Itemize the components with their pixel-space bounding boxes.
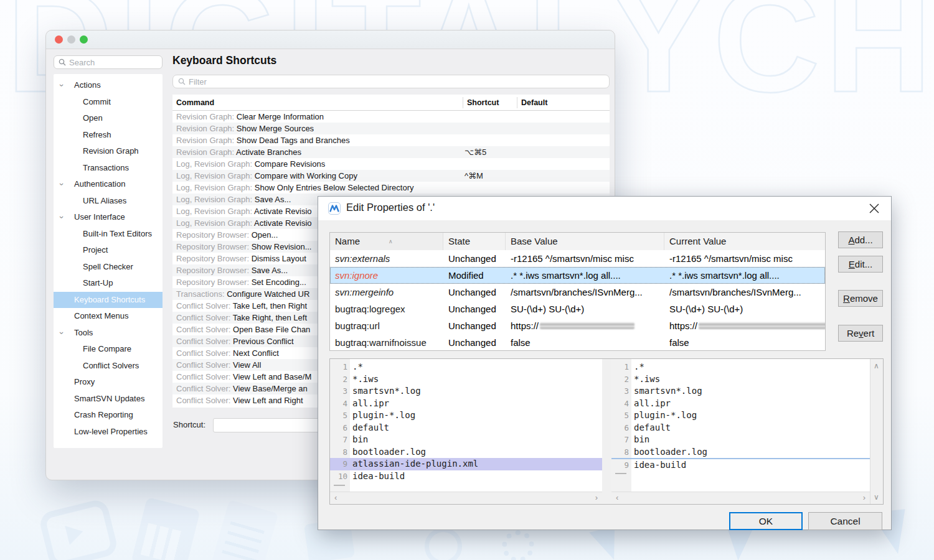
- sidebar-item[interactable]: › Actions: [54, 77, 163, 94]
- editor-line[interactable]: 7 bin: [330, 434, 602, 446]
- line-text: *.iws: [352, 373, 379, 386]
- edit-button[interactable]: Edit...: [838, 256, 883, 273]
- editor-line[interactable]: 6 default: [330, 422, 602, 434]
- sidebar-item[interactable]: › User Interface: [54, 209, 163, 226]
- column-header-shortcut[interactable]: Shortcut: [463, 97, 499, 108]
- filter-input[interactable]: Filter: [172, 75, 610, 88]
- editor-line[interactable]: 2 *.iws: [611, 373, 870, 386]
- sidebar-item[interactable]: › SmartSVN Updates: [54, 391, 163, 408]
- sidebar-item[interactable]: › Transactions: [54, 160, 163, 177]
- column-header-state[interactable]: State: [443, 233, 506, 250]
- editor-line[interactable]: 9 atlassian-ide-plugin.xml: [330, 458, 602, 470]
- editor-line[interactable]: 9 idea-build: [611, 458, 870, 470]
- sidebar-item[interactable]: › Crash Reporting: [54, 407, 163, 424]
- property-row[interactable]: bugtraq:warnifnoissue Unchanged false fa…: [330, 334, 825, 351]
- editor-line[interactable]: 3 smartsvn*.log: [611, 385, 870, 398]
- scroll-right-icon[interactable]: ›: [595, 493, 598, 502]
- chevron-down-icon[interactable]: ›: [54, 183, 70, 185]
- scroll-left-icon[interactable]: ‹: [334, 493, 337, 502]
- sidebar-item-label: Authentication: [74, 179, 125, 189]
- close-traffic-light[interactable]: [55, 35, 63, 44]
- scroll-up-icon[interactable]: ∧: [874, 362, 879, 370]
- shortcuts-table-header[interactable]: Command Shortcut Default: [172, 95, 610, 111]
- chevron-down-icon[interactable]: ›: [54, 332, 70, 334]
- properties-table-header[interactable]: Name ∧ State Base Value Current Value: [330, 233, 825, 250]
- property-row[interactable]: bugtraq:logregex Unchanged SU-(\d+) SU-(…: [330, 301, 825, 317]
- editor-line[interactable]: 1 .*: [611, 361, 870, 373]
- editor-line[interactable]: 4 all.ipr: [330, 398, 602, 410]
- table-row[interactable]: Log, Revision Graph: Compare with Workin…: [172, 170, 610, 182]
- sidebar-item[interactable]: › Conflict Solvers: [54, 358, 163, 375]
- command-context: Conflict Solver:: [176, 372, 233, 381]
- property-row[interactable]: svn:mergeinfo Unchanged /smartsvn/branch…: [330, 284, 825, 301]
- vertical-scrollbar[interactable]: ∧ ∨: [870, 359, 883, 504]
- sidebar-item[interactable]: › Low-level Properties: [54, 424, 163, 441]
- property-row[interactable]: bugtraq:url Unchanged https:// https://: [330, 317, 825, 334]
- window-titlebar[interactable]: [46, 30, 615, 49]
- revert-button[interactable]: Revert: [838, 325, 883, 342]
- editor-line[interactable]: 10 idea-build: [330, 470, 602, 483]
- table-row[interactable]: Revision Graph: Show Merge Sources: [172, 123, 610, 134]
- editor-line[interactable]: 8 bootloader.log: [330, 446, 602, 459]
- sidebar-item[interactable]: › File Compare: [54, 341, 163, 358]
- editor-line[interactable]: 8 bootloader.log: [611, 446, 870, 459]
- current-value-editor[interactable]: 1 .* 2 *.iws 3 smartsvn*.log 4 all.ipr 5…: [330, 359, 602, 504]
- column-header-current-value[interactable]: Current Value: [664, 233, 825, 250]
- column-header-base-value[interactable]: Base Value: [506, 233, 664, 250]
- sidebar-item[interactable]: › Revision Graph: [54, 143, 163, 160]
- sidebar-item[interactable]: › Proxy: [54, 374, 163, 391]
- chevron-down-icon[interactable]: ›: [54, 84, 70, 86]
- property-row[interactable]: svn:externals Unchanged -r12165 ^/smarts…: [330, 250, 825, 267]
- editor-line[interactable]: 7 bin: [611, 434, 870, 446]
- editor-line[interactable]: 2 *.iws: [330, 373, 602, 386]
- editor-line[interactable]: 5 plugin-*.log: [611, 409, 870, 422]
- sidebar-item[interactable]: › Authentication: [54, 176, 163, 193]
- editor-line[interactable]: 1 .*: [330, 361, 602, 373]
- sidebar-item[interactable]: › Spell Checker: [54, 259, 163, 276]
- search-input[interactable]: Search: [54, 55, 163, 69]
- zoom-traffic-light[interactable]: [80, 35, 88, 44]
- line-number: 9: [611, 459, 629, 472]
- filter-placeholder: Filter: [189, 77, 207, 86]
- sidebar-item[interactable]: › Tools: [54, 325, 163, 342]
- dialog-titlebar[interactable]: Edit Properties of '.': [318, 197, 891, 220]
- table-row[interactable]: Revision Graph: Clear Merge Information: [172, 111, 610, 123]
- column-header-command[interactable]: Command: [176, 95, 214, 111]
- cancel-button[interactable]: Cancel: [808, 512, 882, 530]
- minimize-traffic-light[interactable]: [67, 35, 75, 44]
- sidebar-item[interactable]: › Commit: [54, 94, 163, 111]
- remove-button[interactable]: Remove: [838, 290, 883, 307]
- horizontal-scrollbar[interactable]: ‹ ›: [611, 492, 870, 504]
- sidebar-item[interactable]: › Refresh: [54, 127, 163, 144]
- base-value-editor[interactable]: 1 .* 2 *.iws 3 smartsvn*.log 4 all.ipr 5…: [611, 359, 870, 504]
- close-icon[interactable]: [867, 202, 881, 215]
- ok-button[interactable]: OK: [729, 512, 803, 530]
- table-row[interactable]: Revision Graph: Activate Branches ⌥⌘5: [172, 146, 610, 158]
- editor-line[interactable]: 4 all.ipr: [611, 398, 870, 410]
- sidebar-item[interactable]: › Keyboard Shortcuts: [54, 292, 163, 309]
- property-row[interactable]: svn:ignore Modified .* *.iws smartsvn*.l…: [330, 267, 825, 284]
- table-row[interactable]: Log, Revision Graph: Compare Revisions: [172, 158, 610, 170]
- editor-line[interactable]: 6 default: [611, 422, 870, 434]
- editor-line[interactable]: 3 smartsvn*.log: [330, 385, 602, 398]
- property-base-value: https://: [511, 320, 539, 331]
- property-name: bugtraq:warnifnoissue: [335, 337, 427, 348]
- column-header-default[interactable]: Default: [517, 97, 547, 108]
- scroll-right-icon[interactable]: ›: [863, 493, 866, 502]
- scroll-left-icon[interactable]: ‹: [616, 493, 618, 502]
- sidebar-item[interactable]: › Context Menus: [54, 308, 163, 325]
- editor-line[interactable]: 5 plugin-*.log: [330, 409, 602, 422]
- sidebar-item-label: Built-in Text Editors: [83, 229, 152, 238]
- sidebar-item[interactable]: › Built-in Text Editors: [54, 226, 163, 243]
- table-row[interactable]: Revision Graph: Show Dead Tags and Branc…: [172, 134, 610, 146]
- sidebar-item[interactable]: › Open: [54, 110, 163, 127]
- horizontal-scrollbar[interactable]: ‹ ›: [330, 492, 602, 504]
- sidebar-item[interactable]: › URL Aliases: [54, 193, 163, 210]
- add-button[interactable]: Add...: [838, 231, 883, 248]
- chevron-down-icon[interactable]: ›: [54, 216, 70, 218]
- scroll-down-icon[interactable]: ∨: [874, 493, 879, 502]
- sidebar-item[interactable]: › Project: [54, 242, 163, 259]
- sidebar-item[interactable]: › Start-Up: [54, 275, 163, 292]
- command-context: Log, Revision Graph:: [176, 218, 254, 228]
- table-row[interactable]: Log, Revision Graph: Show Only Entries B…: [172, 182, 610, 194]
